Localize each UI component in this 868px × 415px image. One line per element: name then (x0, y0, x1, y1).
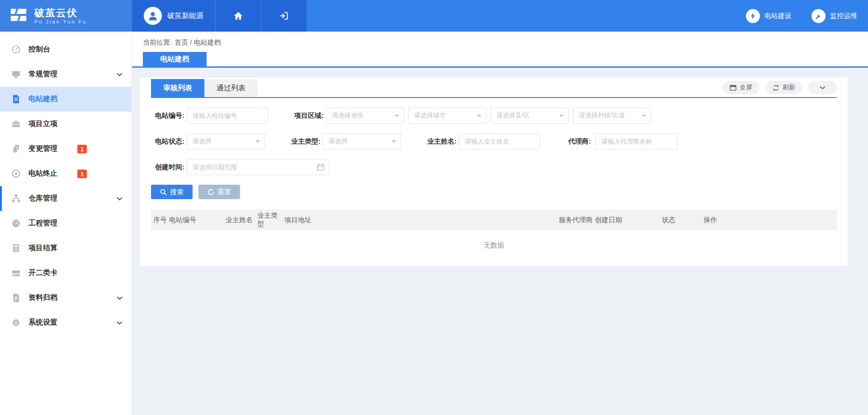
reset-button[interactable]: 重置 (198, 185, 240, 199)
sidebar-item-warehouse-mgmt[interactable]: 仓库管理 (0, 186, 132, 211)
sidebar-item-label: 变更管理 (28, 144, 57, 154)
sidebar-item-label: 项目结算 (28, 243, 57, 253)
sidebar-item-system-settings[interactable]: 系统设置 (0, 310, 132, 335)
collapse-button[interactable] (808, 81, 837, 94)
tab-passed-list[interactable]: 通过列表 (204, 79, 258, 97)
logout-button[interactable] (261, 0, 307, 32)
brand-logo-icon (8, 5, 29, 27)
chevron-down-icon (117, 321, 123, 325)
avatar (144, 7, 162, 25)
station-status-select[interactable]: 请选择 (187, 133, 265, 149)
search-button[interactable]: 搜索 (151, 185, 193, 199)
fullscreen-button[interactable]: 全屏 (722, 81, 760, 94)
sidebar-item-project-initiation[interactable]: 项目立项 (0, 112, 132, 136)
header-nav: 破茧新能源 (132, 0, 307, 32)
calculator-icon (11, 243, 21, 253)
user-menu[interactable]: 破茧新能源 (132, 0, 215, 32)
page-tab[interactable]: 电站建档 (143, 52, 207, 66)
sidebar-item-label: 仓库管理 (28, 194, 57, 203)
refresh-icon (773, 84, 779, 91)
filter-actions: 搜索 重置 (151, 185, 837, 199)
province-placeholder: 请选择省份 (332, 112, 395, 120)
reset-icon (208, 189, 214, 196)
sidebar-item-data-archive[interactable]: 资料归档 (0, 285, 132, 310)
station-no-input[interactable] (187, 107, 268, 124)
agent-label: 代理商: (563, 137, 591, 146)
empty-state: 无数据 (151, 230, 837, 254)
content-area: 审核列表 通过列表 全屏 (132, 68, 868, 266)
table-col-create-date: 创建日期 (593, 216, 660, 224)
caret-down-icon (642, 115, 646, 119)
city-select[interactable]: 请选择城市 (408, 107, 486, 124)
table-col-agent: 服务代理商 (557, 216, 593, 224)
owner-name-input[interactable] (459, 133, 540, 149)
sidebar-item-project-settlement[interactable]: 项目结算 (0, 236, 132, 261)
caret-down-icon (395, 115, 399, 119)
county-placeholder: 请选择县/区 (496, 112, 559, 120)
caret-down-icon (255, 140, 260, 145)
refresh-button[interactable]: 刷新 (765, 81, 802, 94)
search-icon (160, 189, 167, 196)
region-label: 项目区域: (290, 112, 324, 120)
monitor-icon (11, 70, 21, 79)
record-icon (11, 169, 21, 179)
main-area: 当前位置:首页 / 电站建档 电站建档 审核列表 通过列表 全屏 (132, 32, 868, 415)
sidebar-item-station-termination[interactable]: 电站终止 1 (0, 161, 132, 186)
table-col-index: 序号 (151, 216, 167, 224)
breadcrumb-prefix: 当前位置: (143, 38, 172, 46)
date-range-picker[interactable] (187, 159, 330, 175)
panel-toolbar: 全屏 刷新 (717, 81, 837, 97)
province-select[interactable]: 请选择省份 (326, 107, 404, 124)
chevron-down-icon (117, 296, 123, 300)
sidebar-item-console[interactable]: 控制台 (0, 37, 132, 62)
create-time-label: 创建时间: (151, 163, 184, 172)
owner-type-placeholder: 请选择 (329, 137, 392, 145)
filter-row-1: 电站编号: 项目区域: 请选择省份 请选择城市 请选择县/区 请选择村镇/街道 (151, 107, 837, 124)
caret-down-icon (559, 115, 564, 119)
nav-station-build-label: 电站建设 (764, 12, 792, 20)
sidebar-item-station-archive[interactable]: 电站建档 (0, 87, 132, 112)
fullscreen-icon (730, 85, 736, 91)
brand-title: 破茧云伏 (34, 7, 87, 19)
table-col-station-no: 电站编号 (167, 216, 223, 224)
sidebar-item-label: 项目立项 (28, 119, 57, 129)
nav-station-build[interactable]: 电站建设 (746, 9, 792, 23)
refresh-label: 刷新 (783, 84, 795, 92)
sidebar-item-engineering-mgmt[interactable]: 工程管理 (0, 211, 132, 236)
tab-review-list[interactable]: 审核列表 (151, 79, 204, 97)
county-select[interactable]: 请选择县/区 (491, 107, 569, 124)
archive-icon (11, 293, 21, 303)
person-icon (147, 10, 159, 22)
card-icon (11, 268, 21, 278)
table-col-address: 项目地址 (282, 216, 557, 224)
sidebar-item-label: 电站建档 (28, 94, 57, 104)
agent-input[interactable] (595, 133, 678, 149)
station-status-label: 电站状态: (151, 137, 184, 146)
lightning-icon (746, 9, 760, 23)
sidebar-item-label: 电站终止 (28, 169, 57, 178)
date-range-input[interactable] (187, 159, 330, 175)
owner-type-select[interactable]: 请选择 (323, 133, 401, 149)
gear-icon (11, 318, 21, 328)
sidebar-item-general-mgmt[interactable]: 常规管理 (0, 62, 132, 87)
filter-row-2: 电站状态: 请选择 业主类型: 请选择 业主姓名: 代理商: (151, 133, 837, 149)
nav-monitor-ops-label: 监控运维 (830, 12, 857, 20)
app-logo: 破茧云伏 Po Jian Yun Fu (0, 0, 132, 32)
sidebar-item-change-mgmt[interactable]: 变更管理 1 (0, 136, 132, 161)
sidebar-item-type2-card[interactable]: 开二类卡 (0, 261, 132, 285)
sidebar-item-label: 系统设置 (28, 318, 57, 327)
breadcrumb-bar: 当前位置:首页 / 电站建档 电站建档 (132, 32, 868, 68)
home-button[interactable] (215, 0, 261, 32)
owner-type-label: 业主类型: (287, 137, 321, 146)
app-header: 破茧云伏 Po Jian Yun Fu 破茧新能源 (0, 0, 868, 32)
breadcrumb-path[interactable]: 首页 / 电站建档 (175, 38, 221, 46)
chevron-down-icon (820, 86, 826, 89)
nav-monitor-ops[interactable]: 监控运维 (811, 9, 857, 23)
panel-header: 审核列表 通过列表 全屏 (151, 78, 837, 98)
village-select[interactable]: 请选择村镇/街道 (573, 107, 651, 124)
document-icon (11, 94, 21, 104)
breadcrumb: 当前位置:首页 / 电站建档 (143, 38, 857, 47)
panel: 审核列表 通过列表 全屏 (140, 78, 848, 266)
sidebar-item-label: 控制台 (28, 45, 50, 54)
table-col-status: 状态 (660, 216, 701, 224)
